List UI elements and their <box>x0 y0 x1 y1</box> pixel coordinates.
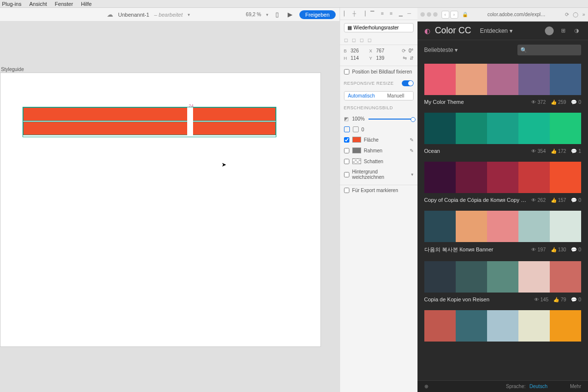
color-theme[interactable]: My Color Theme👁372👍259💬0 <box>424 64 581 105</box>
share-button[interactable]: Freigeben <box>299 10 336 19</box>
discover-dropdown[interactable]: Entdecken ▾ <box>480 27 513 34</box>
resize-auto-button[interactable]: Automatisch <box>344 92 379 100</box>
url-field[interactable]: color.adobe.com/de/expl… <box>472 12 562 17</box>
opacity-value[interactable]: 100% <box>352 116 365 122</box>
swatch[interactable] <box>487 310 518 342</box>
rotate-icon[interactable]: ⟳ <box>402 48 406 53</box>
swatch[interactable] <box>550 64 581 95</box>
color-theme[interactable]: 다음의 복사본 Копия Banner👁197👍130💬0 <box>424 211 581 253</box>
x-value[interactable]: 767 <box>376 48 392 53</box>
nav-forward-button[interactable]: › <box>450 11 458 19</box>
swatch[interactable] <box>550 162 581 193</box>
corner-radius-value[interactable]: 0 <box>362 127 365 132</box>
responsive-toggle[interactable] <box>402 80 414 86</box>
traffic-close-icon[interactable] <box>420 12 425 17</box>
flip-v-icon[interactable]: ⇵ <box>410 55 414 61</box>
column-gap-indicator[interactable] <box>187 107 193 136</box>
artboard-label[interactable]: Styleguide <box>1 67 24 72</box>
likes-stat[interactable]: 👍259 <box>551 99 566 105</box>
search-input[interactable]: 🔍 <box>517 45 581 55</box>
tabs-icon[interactable]: » <box>582 12 585 17</box>
flip-h-icon[interactable]: ⇋ <box>403 55 407 61</box>
subtract-icon[interactable]: ◻ <box>352 37 356 43</box>
region-icon[interactable]: ⊕ <box>424 384 428 389</box>
swatch[interactable] <box>518 310 550 342</box>
canvas[interactable]: Styleguide 24 ➤ <box>0 22 340 392</box>
swatch[interactable] <box>456 64 487 95</box>
distribute-v-icon[interactable]: ≡ <box>390 11 396 17</box>
zoom-level[interactable]: 69,2 % <box>246 12 261 17</box>
selected-repeat-grid[interactable]: 24 ➤ <box>23 107 276 137</box>
align-right-icon[interactable]: ▕ <box>362 11 368 17</box>
play-icon[interactable]: ▶ <box>286 11 294 18</box>
apps-grid-icon[interactable]: ⊞ <box>559 27 567 34</box>
shape-rectangle[interactable] <box>23 122 276 135</box>
traffic-min-icon[interactable] <box>427 12 431 17</box>
border-checkbox[interactable] <box>344 148 349 153</box>
device-preview-icon[interactable]: ▯ <box>273 11 281 18</box>
swatch[interactable] <box>487 162 518 193</box>
swatch[interactable] <box>518 113 550 144</box>
nav-back-button[interactable]: ‹ <box>441 11 449 19</box>
add-icon[interactable]: ◻ <box>344 37 348 43</box>
swatch[interactable] <box>550 211 581 242</box>
themes-list[interactable]: My Color Theme👁372👍259💬0Ocean👁354👍172💬1C… <box>417 60 588 380</box>
swatch[interactable] <box>518 64 550 95</box>
blend-icon[interactable]: ◩ <box>344 116 348 122</box>
comments-stat[interactable]: 💬1 <box>571 148 581 154</box>
resize-mode-segment[interactable]: Automatisch Manuell <box>344 91 414 100</box>
reload-icon[interactable]: ⟳ <box>565 12 569 17</box>
fill-checkbox[interactable] <box>344 137 349 143</box>
swatch[interactable] <box>487 113 518 144</box>
width-value[interactable]: 326 <box>351 48 367 53</box>
swatch[interactable] <box>550 113 581 144</box>
align-left-icon[interactable]: ▏ <box>344 11 350 17</box>
distribute-h-icon[interactable]: ≡ <box>381 11 387 17</box>
swatch[interactable] <box>456 310 487 342</box>
menu-plugins[interactable]: Plug-ins <box>2 1 22 7</box>
artboard[interactable]: 24 ➤ <box>0 73 321 347</box>
more-link[interactable]: Mehr <box>570 384 581 389</box>
swatch[interactable] <box>550 261 581 293</box>
repeat-grid-button[interactable]: ▦ Wiederholungsraster <box>344 23 414 32</box>
menu-help[interactable]: Hilfe <box>81 1 92 7</box>
shadow-swatch[interactable] <box>352 158 361 164</box>
align-center-h-icon[interactable]: ┼ <box>353 11 359 17</box>
eyedropper-icon[interactable]: ✎ <box>410 137 414 143</box>
swatch[interactable] <box>487 261 518 293</box>
border-swatch[interactable] <box>352 147 361 153</box>
language-select[interactable]: Deutsch <box>530 384 548 389</box>
comments-stat[interactable]: 💬0 <box>571 247 581 252</box>
swatch[interactable] <box>424 310 456 342</box>
swatch[interactable] <box>456 113 487 144</box>
sort-popular-dropdown[interactable]: Beliebteste ▾ <box>424 47 458 53</box>
user-avatar[interactable] <box>545 26 554 35</box>
color-theme[interactable]: Copy of Copia de Cópia de Копия Copy …👁2… <box>424 162 581 203</box>
colorcc-logo-icon[interactable]: ◐ <box>424 27 430 35</box>
color-theme[interactable]: Ocean👁354👍172💬1 <box>424 113 581 154</box>
shape-rectangle[interactable] <box>23 107 276 121</box>
menu-view[interactable]: Ansicht <box>29 1 47 7</box>
swatch[interactable] <box>424 261 456 293</box>
align-center-v-icon[interactable]: ─ <box>408 11 414 17</box>
align-bottom-icon[interactable]: ▁ <box>399 11 405 17</box>
likes-stat[interactable]: 👍157 <box>551 197 566 203</box>
export-checkbox[interactable] <box>344 188 349 193</box>
doc-menu-chevron-icon[interactable]: ▾ <box>188 12 190 17</box>
height-value[interactable]: 114 <box>351 55 367 61</box>
swatch[interactable] <box>487 211 518 242</box>
swatch[interactable] <box>518 261 550 293</box>
color-theme[interactable] <box>424 310 581 342</box>
exclude-icon[interactable]: ◻ <box>368 37 371 43</box>
opacity-slider[interactable] <box>368 119 413 120</box>
corner-independent-icon[interactable] <box>353 126 359 132</box>
likes-stat[interactable]: 👍130 <box>551 247 566 252</box>
swatch[interactable] <box>456 162 487 193</box>
comments-stat[interactable]: 💬0 <box>571 99 581 105</box>
search-field[interactable] <box>529 47 578 54</box>
swatch[interactable] <box>424 64 456 95</box>
webclip-icon[interactable]: ◯ <box>573 12 578 17</box>
color-theme[interactable]: Copia de Kopie von Reisen👁145👍79💬0 <box>424 261 581 302</box>
fill-swatch[interactable] <box>352 137 361 143</box>
align-top-icon[interactable]: ▔ <box>370 11 376 17</box>
